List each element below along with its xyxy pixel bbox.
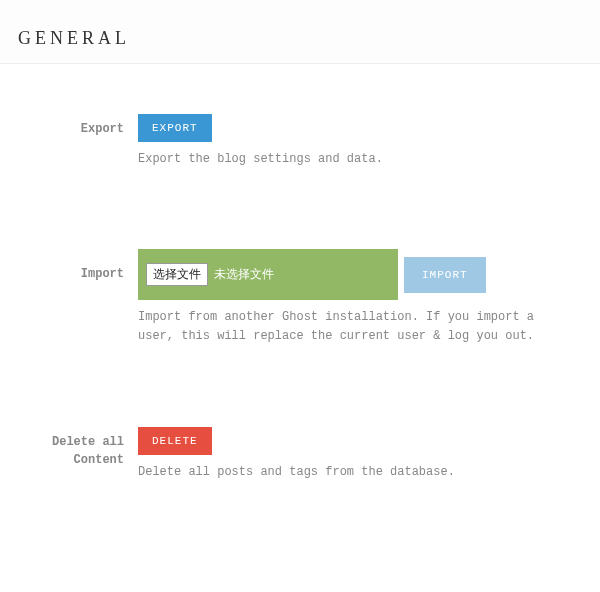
delete-row: Delete all Content DELETE Delete all pos… bbox=[28, 427, 572, 482]
export-label: Export bbox=[28, 114, 138, 138]
page-header: GENERAL bbox=[0, 0, 600, 64]
export-row: Export EXPORT Export the blog settings a… bbox=[28, 114, 572, 169]
import-button[interactable]: IMPORT bbox=[404, 257, 486, 293]
import-label: Import bbox=[28, 249, 138, 283]
file-input[interactable]: 选择文件 未选择文件 bbox=[146, 263, 274, 286]
file-choose-button[interactable]: 选择文件 bbox=[146, 263, 208, 286]
import-row: Import 选择文件 未选择文件 IMPORT Import from ano… bbox=[28, 249, 572, 346]
settings-content: Export EXPORT Export the blog settings a… bbox=[0, 64, 600, 542]
file-status-text: 未选择文件 bbox=[214, 266, 274, 283]
file-upload-wrap: 选择文件 未选择文件 bbox=[138, 249, 398, 300]
delete-field: DELETE Delete all posts and tags from th… bbox=[138, 427, 572, 482]
page-title: GENERAL bbox=[18, 28, 582, 49]
delete-help: Delete all posts and tags from the datab… bbox=[138, 463, 572, 482]
import-controls: 选择文件 未选择文件 IMPORT bbox=[138, 249, 572, 300]
delete-button[interactable]: DELETE bbox=[138, 427, 212, 455]
export-help: Export the blog settings and data. bbox=[138, 150, 572, 169]
export-button[interactable]: EXPORT bbox=[138, 114, 212, 142]
export-field: EXPORT Export the blog settings and data… bbox=[138, 114, 572, 169]
import-help: Import from another Ghost installation. … bbox=[138, 308, 572, 346]
import-field: 选择文件 未选择文件 IMPORT Import from another Gh… bbox=[138, 249, 572, 346]
delete-label: Delete all Content bbox=[28, 427, 138, 469]
